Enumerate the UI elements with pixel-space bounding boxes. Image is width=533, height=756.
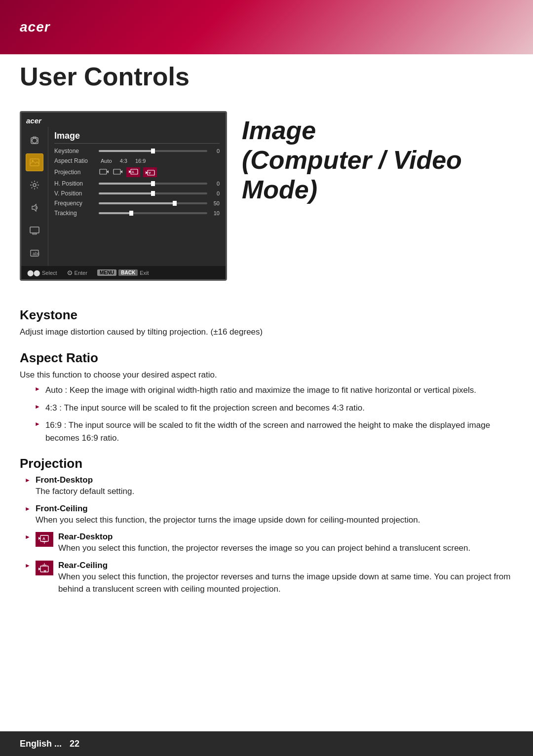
aspect-ratio-bullets: ► Auto : Keep the image with original wi… <box>35 384 513 444</box>
osd-slider-keystone[interactable] <box>99 150 207 152</box>
right-title-text: Image (Computer / Video Mode) <box>242 116 513 204</box>
osd-icon-text[interactable]: abc <box>26 244 43 262</box>
osd-footer-enter: ⊙ Enter <box>67 269 87 276</box>
osd-footer-menu-back: MENU BACK Exit <box>97 269 149 276</box>
svg-point-4 <box>32 160 34 162</box>
osd-value-keystone: 0 <box>207 148 220 154</box>
proj-item-front-desktop: ► Front-Desktop The factory default sett… <box>25 475 513 498</box>
section-keystone: Keystone Adjust image distortion caused … <box>20 307 513 339</box>
osd-slider-tracking[interactable] <box>99 212 207 214</box>
osd-icon-display[interactable] <box>26 222 43 239</box>
osd-menu-key: MENU <box>97 269 116 276</box>
osd-value-frequency: 50 <box>207 200 220 206</box>
bullet-43: ► 4:3 : The input source will be scaled … <box>35 402 513 415</box>
osd-label-tracking: Tracking <box>54 210 99 217</box>
rear-ceiling-svg: A <box>38 563 51 573</box>
page-title: User Controls <box>20 62 513 91</box>
svg-text:abc: abc <box>33 251 40 256</box>
page-title-section: User Controls <box>0 54 533 101</box>
content-area: acer <box>0 101 533 291</box>
osd-row-h-position: H. Position 0 <box>54 180 220 187</box>
osd-label-v-position: V. Position <box>54 190 99 197</box>
osd-label-frequency: Frequency <box>54 200 99 207</box>
osd-value-tracking: 10 <box>207 210 220 216</box>
osd-row-tracking: Tracking 10 <box>54 210 220 217</box>
proj-item-front-ceiling: ► Front-Ceiling When you select this fun… <box>25 504 513 527</box>
osd-footer-exit-label: Exit <box>140 270 149 276</box>
proj-icon-rear-ceiling-box: A <box>143 167 157 177</box>
footer-language: English ... <box>20 739 62 749</box>
proj-title-rear-ceiling: Rear-Ceiling <box>58 561 513 570</box>
proj-title-front-ceiling: Front-Ceiling <box>36 504 513 514</box>
svg-text:A: A <box>42 536 45 541</box>
osd-slider-v-position[interactable] <box>99 192 207 194</box>
svg-text:A: A <box>132 170 134 174</box>
proj-icon-front-ceiling <box>113 167 123 176</box>
svg-rect-6 <box>30 227 39 233</box>
bullet-arrow-auto: ► <box>35 384 40 393</box>
proj-content-rear-desktop: Rear-Desktop When you select this functi… <box>58 532 513 555</box>
osd-label-aspect-ratio: Aspect Ratio <box>54 157 99 164</box>
bullet-arrow-43: ► <box>35 402 40 411</box>
bullet-auto: ► Auto : Keep the image with original wi… <box>35 384 513 397</box>
rear-desktop-svg: A <box>38 534 51 545</box>
bullet-169: ► 16:9 : The input source will be scaled… <box>35 419 513 444</box>
svg-point-5 <box>33 184 36 187</box>
right-title: Image (Computer / Video Mode) <box>242 111 513 281</box>
proj-arrow-front-ceiling: ► <box>25 505 31 512</box>
osd-header: acer <box>21 113 226 127</box>
svg-text:A: A <box>149 171 151 175</box>
osd-row-v-position: V. Position 0 <box>54 190 220 197</box>
proj-desc-front-desktop: The factory default setting. <box>36 485 513 498</box>
osd-slider-h-position[interactable] <box>99 183 207 185</box>
proj-content-rear-ceiling: Rear-Ceiling When you select this functi… <box>58 561 513 596</box>
proj-title-rear-desktop: Rear-Desktop <box>58 532 513 542</box>
text-keystone: Adjust image distortion caused by tiltin… <box>20 326 513 339</box>
page-footer: English ... 22 <box>0 731 533 756</box>
bullet-text-auto: Auto : Keep the image with original widt… <box>45 384 513 397</box>
svg-rect-11 <box>114 169 120 174</box>
osd-row-aspect-ratio: Aspect Ratio Auto 4:3 16:9 <box>54 157 220 164</box>
osd-slider-frequency[interactable] <box>99 202 207 204</box>
proj-arrow-front-desktop: ► <box>25 477 31 484</box>
text-aspect-ratio: Use this function to choose your desired… <box>20 369 513 381</box>
osd-body: abc Image Keystone 0 <box>21 127 226 266</box>
osd-aspect-169[interactable]: 16:9 <box>133 157 148 164</box>
proj-content-front-ceiling: Front-Ceiling When you select this funct… <box>36 504 513 527</box>
proj-icon-rear-desktop-box: A <box>126 167 140 177</box>
descriptions: Keystone Adjust image distortion caused … <box>0 291 533 616</box>
osd-label-h-position: H. Position <box>54 180 99 187</box>
osd-acer-logo: acer <box>26 116 41 125</box>
proj-iconbox-rear-desktop: A <box>36 532 53 547</box>
osd-icon-audio[interactable] <box>26 199 43 217</box>
section-aspect-ratio: Aspect Ratio Use this function to choose… <box>20 350 513 445</box>
osd-sidebar: abc <box>21 127 48 266</box>
osd-screen: acer <box>20 111 227 281</box>
proj-title-front-desktop: Front-Desktop <box>36 475 513 485</box>
proj-arrow-rear-ceiling: ► <box>25 562 31 569</box>
osd-aspect-auto[interactable]: Auto <box>99 157 114 164</box>
svg-rect-10 <box>100 169 107 174</box>
osd-row-keystone: Keystone 0 <box>54 148 220 154</box>
osd-row-frequency: Frequency 50 <box>54 200 220 207</box>
svg-point-0 <box>32 138 37 143</box>
proj-desc-rear-ceiling: When you select this function, the proje… <box>58 570 513 596</box>
proj-desc-rear-desktop: When you select this function, the proje… <box>58 542 513 555</box>
osd-icon-camera[interactable] <box>26 131 43 149</box>
osd-row-projection: Projection <box>54 167 220 177</box>
osd-proj-icons[interactable]: A A <box>99 167 157 177</box>
osd-back-key: BACK <box>118 269 138 276</box>
osd-icon-settings[interactable] <box>26 176 43 194</box>
header-bar: acer <box>0 0 533 54</box>
projection-list: ► Front-Desktop The factory default sett… <box>25 475 513 596</box>
bullet-text-43: 4:3 : The input source will be scaled to… <box>45 402 513 415</box>
section-projection: Projection ► Front-Desktop The factory d… <box>20 456 513 596</box>
footer-page: 22 <box>70 739 79 749</box>
osd-icon-image[interactable] <box>26 153 43 171</box>
osd-aspect-43[interactable]: 4:3 <box>118 157 129 164</box>
osd-aspect-options[interactable]: Auto 4:3 16:9 <box>99 157 148 164</box>
bullet-text-169: 16:9 : The input source will be scaled t… <box>45 419 513 444</box>
svg-rect-7 <box>33 233 37 234</box>
proj-item-rear-desktop: ► A Rear-Desktop When you select this fu… <box>25 532 513 555</box>
osd-footer: ⬤⬤ Select ⊙ Enter MENU BACK Exit <box>21 266 226 279</box>
